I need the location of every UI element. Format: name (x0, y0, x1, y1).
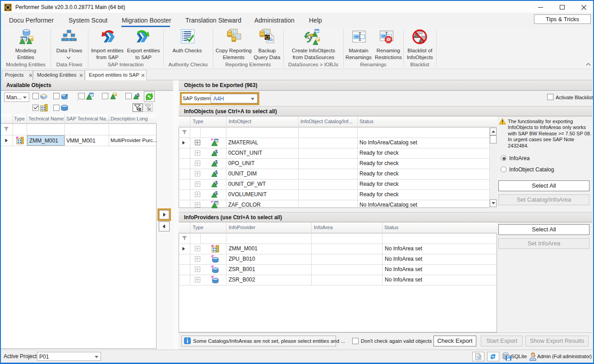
svg-text:$: $ (215, 170, 218, 175)
svg-text:$: $ (215, 160, 218, 165)
svg-text:$: $ (215, 149, 218, 154)
svg-text:$: $ (137, 93, 140, 98)
svg-text:$: $ (215, 191, 218, 196)
svg-text:$: $ (215, 180, 218, 185)
